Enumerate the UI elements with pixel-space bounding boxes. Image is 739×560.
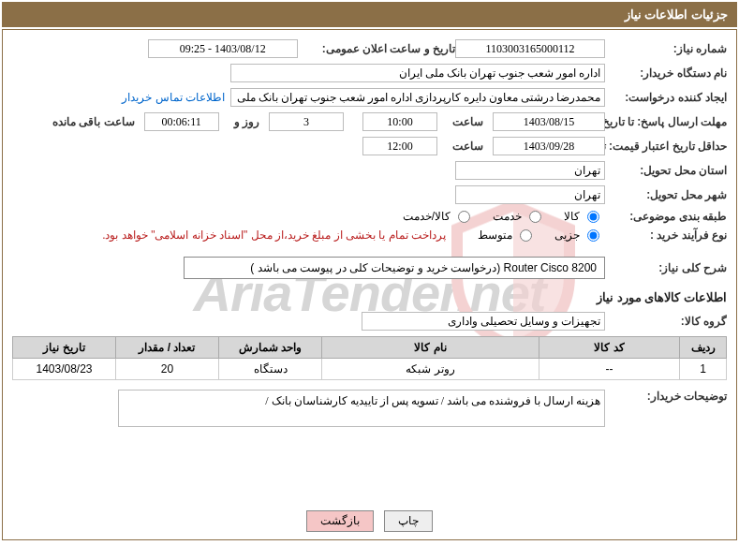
- city-label: شهر محل تحویل:: [605, 188, 727, 201]
- td-name: روتر شبکه: [322, 359, 539, 380]
- overview-box: Router Cisco 8200 (درخواست خرید و توضیحا…: [184, 257, 605, 279]
- category-service-radio[interactable]: [529, 211, 541, 223]
- province-field: [455, 161, 605, 180]
- response-date-field: [493, 112, 605, 131]
- buyer-notes-label: توضیحات خریدار:: [605, 390, 727, 403]
- buyer-contact-link[interactable]: اطلاعات تماس خریدار: [122, 91, 225, 104]
- need-number-field: [455, 39, 605, 58]
- province-label: استان محل تحویل:: [605, 164, 727, 177]
- time-label-2: ساعت: [447, 140, 483, 153]
- announce-datetime-field: [148, 39, 298, 58]
- th-qty: تعداد / مقدار: [116, 337, 219, 359]
- category-goods-label: کالا: [564, 210, 580, 223]
- category-service-label: خدمت: [493, 210, 522, 223]
- need-number-label: شماره نیاز:: [605, 42, 727, 55]
- goods-section-title: اطلاعات کالاهای مورد نیاز: [12, 290, 727, 304]
- th-unit: واحد شمارش: [219, 337, 322, 359]
- back-button[interactable]: بازگشت: [306, 510, 374, 532]
- td-row: 1: [680, 359, 727, 380]
- requester-field: [230, 88, 605, 107]
- buyer-notes-textarea[interactable]: [118, 390, 605, 427]
- th-code: کد کالا: [539, 337, 680, 359]
- validity-time-field: [362, 137, 437, 155]
- city-field: [455, 185, 605, 204]
- th-row: ردیف: [680, 337, 727, 359]
- goods-group-field: [362, 312, 605, 331]
- print-button[interactable]: چاپ: [384, 510, 433, 532]
- purchase-type-partial-radio[interactable]: [587, 229, 599, 242]
- days-and-label: روز و: [229, 115, 259, 128]
- th-date: تاریخ نیاز: [13, 337, 116, 359]
- buyer-org-label: نام دستگاه خریدار:: [605, 66, 727, 80]
- validity-label: حداقل تاریخ اعتبار قیمت: تا تاریخ:: [605, 140, 727, 153]
- buyer-org-field: [230, 64, 605, 82]
- validity-date-field: [493, 137, 605, 155]
- category-goods-service-radio[interactable]: [458, 211, 470, 223]
- response-time-field: [362, 112, 437, 131]
- purchase-type-label: نوع فرآیند خرید :: [605, 228, 727, 242]
- countdown-field: [144, 112, 219, 131]
- td-qty: 20: [116, 359, 219, 380]
- time-label-1: ساعت: [447, 115, 483, 128]
- td-date: 1403/08/23: [13, 359, 116, 380]
- td-code: --: [539, 359, 680, 380]
- goods-group-label: گروه کالا:: [605, 315, 727, 328]
- remaining-label: ساعت باقی مانده: [47, 115, 135, 128]
- table-row: 1 -- روتر شبکه دستگاه 20 1403/08/23: [13, 359, 727, 380]
- response-deadline-label: مهلت ارسال پاسخ: تا تاریخ:: [605, 115, 727, 128]
- th-name: نام کالا: [322, 337, 539, 359]
- purchase-type-medium-label: متوسط: [478, 228, 512, 242]
- overview-label: شرح کلی نیاز:: [605, 261, 727, 274]
- days-field: [269, 112, 344, 131]
- requester-label: ایجاد کننده درخواست:: [605, 91, 727, 104]
- category-label: طبقه بندی موضوعی:: [605, 210, 727, 223]
- page-title: جزئیات اطلاعات نیاز: [2, 2, 737, 27]
- category-goods-radio[interactable]: [587, 211, 599, 223]
- purchase-type-note: پرداخت تمام یا بخشی از مبلغ خرید،از محل …: [102, 228, 446, 242]
- td-unit: دستگاه: [219, 359, 322, 380]
- goods-table: ردیف کد کالا نام کالا واحد شمارش تعداد /…: [12, 336, 727, 380]
- purchase-type-medium-radio[interactable]: [520, 229, 532, 242]
- purchase-type-partial-label: جزیی: [554, 228, 580, 242]
- announce-datetime-label: تاریخ و ساعت اعلان عمومی:: [317, 42, 455, 55]
- category-goods-service-label: کالا/خدمت: [403, 210, 451, 223]
